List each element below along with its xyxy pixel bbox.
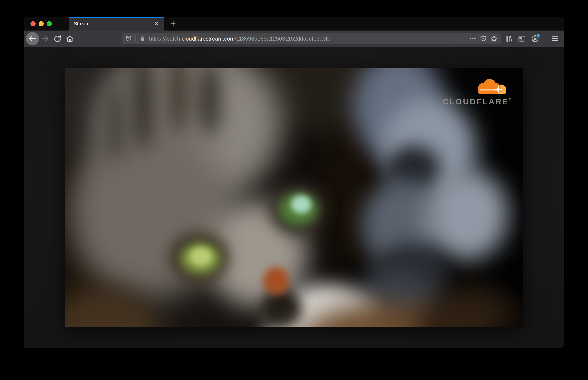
forward-button[interactable] (39, 33, 51, 45)
account-button[interactable] (530, 34, 540, 44)
page-actions-dots-icon[interactable] (468, 35, 477, 42)
urlbar-divider (135, 36, 136, 42)
tracking-protection-shield-icon[interactable] (124, 35, 133, 42)
menu-hamburger-icon (551, 35, 559, 43)
forward-icon (41, 34, 50, 43)
navigation-toolbar: https://watch.cloudflarestream.com/11859… (24, 31, 564, 47)
back-icon (28, 34, 37, 43)
blur-blob (263, 267, 289, 295)
pocket-icon[interactable] (479, 35, 488, 42)
sidebar-button[interactable] (517, 34, 527, 44)
library-button[interactable] (503, 34, 514, 44)
tab-bar: Stream ✕ + (24, 17, 564, 31)
page-content: CLOUDFLARE® (24, 47, 564, 348)
minimize-window-button[interactable] (39, 21, 44, 26)
close-window-button[interactable] (31, 21, 35, 26)
blur-blob (190, 248, 212, 266)
url-text[interactable]: https://watch.cloudflarestream.com/11859… (149, 36, 468, 42)
zoom-window-button[interactable] (47, 21, 52, 26)
active-tab-indicator (69, 17, 164, 18)
browser-window: Stream ✕ + https://watch.cloudfl (24, 17, 564, 348)
close-icon[interactable]: ✕ (153, 20, 160, 28)
bookmark-star-icon[interactable] (489, 35, 499, 42)
blur-blob (291, 195, 311, 213)
reload-button[interactable] (51, 33, 64, 45)
toolbar-right-cluster (503, 34, 560, 44)
video-player[interactable]: CLOUDFLARE® (65, 68, 523, 327)
cloudflare-cloud-icon (473, 78, 511, 96)
toolbar-separator (545, 34, 545, 43)
menu-button[interactable] (550, 34, 560, 44)
url-scheme: https://watch. (149, 36, 182, 42)
url-domain: cloudflarestream.com (182, 36, 235, 42)
tab-title: Stream (74, 21, 153, 27)
urlbar-actions (468, 35, 499, 42)
library-icon (505, 35, 513, 43)
window-controls (24, 17, 69, 31)
cloudflare-wordmark: CLOUDFLARE® (441, 97, 511, 106)
home-icon (66, 34, 74, 43)
new-tab-plus-icon[interactable]: + (165, 17, 181, 31)
lock-icon[interactable] (138, 36, 147, 42)
url-path: /118598a163a125631152ddaccfe3a0fb (235, 36, 330, 42)
blur-blob (425, 169, 508, 261)
reload-icon (53, 34, 62, 43)
cloudflare-logo: CLOUDFLARE® (441, 78, 511, 106)
blur-blob (104, 81, 127, 162)
sidebar-icon (518, 35, 526, 43)
address-bar[interactable]: https://watch.cloudflarestream.com/11859… (122, 33, 501, 44)
account-notification-badge (537, 34, 540, 37)
home-button[interactable] (64, 33, 76, 45)
back-button[interactable] (26, 32, 39, 45)
trademark-symbol: ® (509, 98, 511, 101)
tab-stream[interactable]: Stream ✕ (69, 17, 164, 31)
